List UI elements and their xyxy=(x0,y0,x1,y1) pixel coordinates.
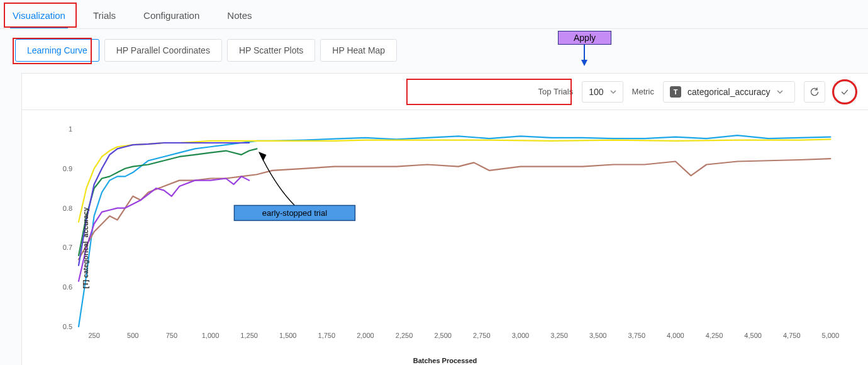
svg-text:4,500: 4,500 xyxy=(744,332,762,339)
svg-text:0.6: 0.6 xyxy=(63,283,72,291)
svg-text:3,750: 3,750 xyxy=(628,332,646,339)
svg-text:500: 500 xyxy=(127,332,138,339)
chevron-down-icon xyxy=(777,89,783,95)
svg-text:3,250: 3,250 xyxy=(550,332,568,339)
annotation-apply-callout: Apply xyxy=(558,31,611,66)
svg-text:0.7: 0.7 xyxy=(63,244,72,251)
svg-text:4,750: 4,750 xyxy=(783,332,801,339)
top-trials-value: 100 xyxy=(589,87,603,97)
svg-text:early-stopped trial: early-stopped trial xyxy=(262,208,327,218)
chart-toolbar: Apply Top Trials 100 Metric T categorica… xyxy=(22,74,868,110)
refresh-button[interactable] xyxy=(804,81,825,103)
subtab-hp-parallel[interactable]: HP Parallel Coordinates xyxy=(104,39,222,62)
metric-label: Metric xyxy=(632,87,654,96)
svg-text:2,500: 2,500 xyxy=(434,332,452,339)
annotation-apply-label: Apply xyxy=(558,31,611,45)
tab-trials[interactable]: Trials xyxy=(91,10,118,28)
subtab-strip: Learning Curve HP Parallel Coordinates H… xyxy=(0,29,868,62)
svg-text:1,250: 1,250 xyxy=(240,332,258,339)
metric-select[interactable]: T categorical_accuracy xyxy=(663,81,795,103)
svg-text:0.5: 0.5 xyxy=(63,323,72,330)
subtab-learning-curve[interactable]: Learning Curve xyxy=(15,39,99,62)
svg-text:3,000: 3,000 xyxy=(512,332,530,339)
svg-text:4,000: 4,000 xyxy=(667,332,684,339)
svg-text:0.8: 0.8 xyxy=(63,205,72,212)
svg-text:1: 1 xyxy=(69,125,72,133)
svg-text:2,000: 2,000 xyxy=(357,332,374,339)
x-axis-title: Batches Processed xyxy=(35,357,855,364)
metric-value: categorical_accuracy xyxy=(687,87,771,97)
check-icon xyxy=(840,87,850,97)
learning-curve-chart[interactable]: 0.50.60.70.80.912505007501,0001,2501,500… xyxy=(35,125,852,352)
svg-marker-1 xyxy=(581,60,587,66)
top-tab-strip: Visualization Trials Configuration Notes xyxy=(0,0,868,29)
subtab-hp-heatmap[interactable]: HP Heat Map xyxy=(320,39,397,62)
svg-text:1,750: 1,750 xyxy=(318,332,336,339)
metric-type-badge: T xyxy=(670,86,681,98)
top-trials-select[interactable]: 100 xyxy=(582,81,623,103)
chart-area: [T] categorical_accuracy 0.50.60.70.80.9… xyxy=(22,110,868,365)
svg-text:2,250: 2,250 xyxy=(396,332,413,339)
refresh-icon xyxy=(810,87,820,97)
svg-text:5,000: 5,000 xyxy=(822,332,840,339)
top-trials-label: Top Trials xyxy=(538,87,574,96)
svg-text:3,500: 3,500 xyxy=(589,332,607,339)
chevron-down-icon xyxy=(610,89,616,95)
y-axis-title: [T] categorical_accuracy xyxy=(82,208,89,289)
tab-notes[interactable]: Notes xyxy=(225,10,254,28)
svg-text:750: 750 xyxy=(166,332,177,339)
tab-configuration[interactable]: Configuration xyxy=(141,10,202,28)
chart-panel: Apply Top Trials 100 Metric T categorica… xyxy=(21,73,868,365)
svg-text:4,250: 4,250 xyxy=(706,332,723,339)
svg-text:2,750: 2,750 xyxy=(473,332,491,339)
annotation-apply-arrow-icon xyxy=(580,45,589,66)
svg-text:1,500: 1,500 xyxy=(279,332,297,339)
svg-text:0.9: 0.9 xyxy=(63,165,72,172)
svg-text:1,000: 1,000 xyxy=(202,332,220,339)
tab-visualization[interactable]: Visualization xyxy=(10,10,68,28)
svg-text:250: 250 xyxy=(88,332,99,339)
subtab-hp-scatter[interactable]: HP Scatter Plots xyxy=(227,39,315,62)
apply-button[interactable] xyxy=(834,81,855,103)
svg-marker-28 xyxy=(259,152,265,160)
